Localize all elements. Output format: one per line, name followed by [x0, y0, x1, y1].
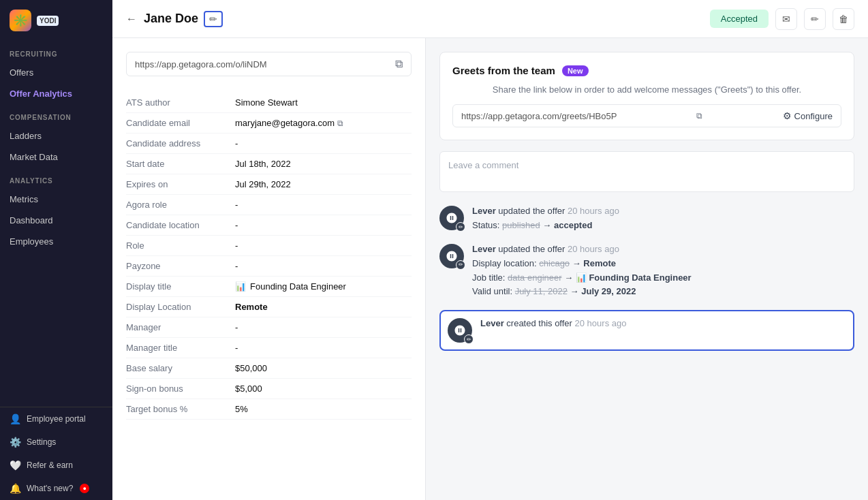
sidebar-item-label: Dashboard: [10, 215, 53, 225]
main-content: ← Jane Doe ✏ Accepted ✉ ✏ 🗑 https://app.…: [112, 0, 868, 500]
field-label: Payzone: [126, 261, 235, 271]
mail-button[interactable]: ✉: [775, 8, 797, 30]
field-value: -: [235, 261, 238, 271]
comment-input[interactable]: Leave a comment: [439, 151, 854, 192]
analytics-section-label: ANALYTICS: [0, 168, 112, 189]
field-value: Simone Stewart: [235, 97, 298, 108]
table-row: Base salary $50,000: [126, 358, 412, 379]
copy-url-icon[interactable]: ⧉: [395, 58, 403, 70]
avatar-wrap: ✏: [439, 244, 464, 268]
activity-header: Lever created this offer 20 hours ago: [480, 318, 846, 328]
table-row: Target bonus % 5%: [126, 399, 412, 420]
field-label: Start date: [126, 159, 235, 169]
table-row: Candidate address -: [126, 134, 412, 154]
table-row: Display title 📊 Founding Data Engineer: [126, 277, 412, 297]
heart-icon: 🤍: [10, 460, 21, 471]
field-label: ATS author: [126, 97, 235, 108]
delete-button[interactable]: 🗑: [833, 8, 854, 30]
sidebar-item-employees[interactable]: Employees: [0, 231, 112, 252]
recruiting-section: RECRUITING Offers Offer Analytics: [0, 41, 112, 104]
trash-icon: 🗑: [839, 14, 848, 25]
info-section: ATS author Simone Stewart Candidate emai…: [126, 93, 412, 420]
configure-button[interactable]: ⚙ Configure: [783, 110, 833, 121]
analytics-section: ANALYTICS Metrics Dashboard Employees: [0, 168, 112, 252]
chart-icon: 📊: [576, 272, 587, 283]
topbar: ← Jane Doe ✏ Accepted ✉ ✏ 🗑: [112, 0, 868, 38]
configure-label: Configure: [794, 111, 833, 121]
avatar-wrap: ✏: [448, 318, 472, 343]
field-value: maryjane@getagora.com ⧉: [235, 118, 343, 128]
activity-item: ✏ Lever updated the offer 20 hours ago S…: [439, 206, 854, 233]
field-label: Target bonus %: [126, 404, 235, 414]
copy-email-icon[interactable]: ⧉: [337, 119, 343, 128]
activity-item-highlighted: ✏ Lever created this offer 20 hours ago: [439, 310, 854, 351]
chart-icon: 📊: [235, 281, 246, 292]
sidebar-item-employee-portal[interactable]: 👤 Employee portal: [0, 407, 112, 431]
copy-greets-icon[interactable]: ⧉: [696, 111, 702, 121]
table-row: ATS author Simone Stewart: [126, 93, 412, 113]
activity-author: Lever: [480, 318, 504, 328]
activity-author: Lever: [472, 206, 496, 216]
field-label: Display title: [126, 281, 235, 292]
left-panel: https://app.getagora.com/o/liNDM ⧉ ATS a…: [112, 38, 426, 500]
edit-button[interactable]: ✏: [804, 8, 826, 30]
activity-time: 20 hours ago: [575, 318, 627, 328]
activity-time: 20 hours ago: [568, 244, 619, 254]
candidate-name: Jane Doe: [144, 12, 198, 26]
field-value: -: [235, 240, 238, 251]
right-panel: Greets from the team New Share the link …: [426, 38, 868, 500]
field-value: -: [235, 220, 238, 230]
field-label: Manager: [126, 322, 235, 332]
sidebar-item-whats-new[interactable]: 🔔 What's new? ●: [0, 477, 112, 500]
sidebar-item-label: Ladders: [10, 131, 42, 141]
avatar-edit-badge: ✏: [456, 260, 465, 270]
table-row: Agora role -: [126, 195, 412, 215]
activity-content: Lever updated the offer 20 hours ago Sta…: [472, 206, 854, 233]
arrow-icon: →: [564, 272, 576, 283]
activity-item: ✏ Lever updated the offer 20 hours ago D…: [439, 244, 854, 299]
sidebar: ✳️ YODI RECRUITING Offers Offer Analytic…: [0, 0, 112, 500]
date-from: July 11, 2022: [515, 286, 568, 296]
field-label: Sign-on bonus: [126, 384, 235, 394]
sidebar-item-offer-analytics[interactable]: Offer Analytics: [0, 83, 112, 104]
offer-url-row: https://app.getagora.com/o/liNDM ⧉: [126, 52, 412, 76]
sidebar-bottom: 👤 Employee portal ⚙️ Settings 🤍 Refer & …: [0, 407, 112, 500]
title-edit-button[interactable]: ✏: [204, 11, 223, 27]
table-row: Manager title -: [126, 338, 412, 358]
sidebar-item-label: Market Data: [10, 152, 58, 162]
sidebar-item-label: Metrics: [10, 194, 38, 204]
app-logo-icon: ✳️: [10, 10, 31, 31]
offer-url-text: https://app.getagora.com/o/liNDM: [135, 59, 390, 69]
sidebar-item-dashboard[interactable]: Dashboard: [0, 210, 112, 231]
activity-header: Lever updated the offer 20 hours ago: [472, 244, 854, 254]
person-icon: 👤: [10, 413, 21, 424]
sidebar-item-ladders[interactable]: Ladders: [0, 125, 112, 146]
gear-icon: ⚙️: [10, 437, 21, 448]
activity-action: updated the offer: [498, 206, 568, 216]
activity-content: Lever created this offer 20 hours ago: [480, 318, 846, 331]
avatar-wrap: ✏: [439, 206, 464, 230]
new-badge: New: [562, 65, 589, 76]
activity-action: created this offer: [506, 318, 574, 328]
sidebar-item-refer-earn[interactable]: 🤍 Refer & earn: [0, 454, 112, 477]
activity-action: updated the offer: [498, 244, 568, 254]
back-button[interactable]: ←: [126, 13, 137, 25]
greets-description: Share the link below in order to add wel…: [452, 84, 841, 95]
sidebar-item-label: Offers: [10, 67, 33, 78]
greets-link-text: https://app.getagora.com/greets/HBo5P: [461, 111, 617, 121]
activity-detail: Display location: chicago → Remote Job t…: [472, 257, 854, 299]
field-label: Base salary: [126, 363, 235, 373]
status-accepted-button[interactable]: Accepted: [710, 10, 769, 28]
sidebar-item-offers[interactable]: Offers: [0, 62, 112, 83]
greets-header: Greets from the team New: [452, 65, 841, 76]
status-to: accepted: [554, 220, 592, 230]
sidebar-item-metrics[interactable]: Metrics: [0, 189, 112, 210]
table-row: Payzone -: [126, 256, 412, 277]
field-label: Agora role: [126, 200, 235, 210]
sidebar-item-label: Offer Analytics: [10, 89, 72, 99]
sidebar-item-market-data[interactable]: Market Data: [0, 146, 112, 168]
sidebar-bottom-label: What's new?: [27, 484, 73, 493]
field-value: Remote: [235, 302, 268, 312]
table-row: Candidate email maryjane@getagora.com ⧉: [126, 113, 412, 134]
sidebar-item-settings[interactable]: ⚙️ Settings: [0, 431, 112, 454]
